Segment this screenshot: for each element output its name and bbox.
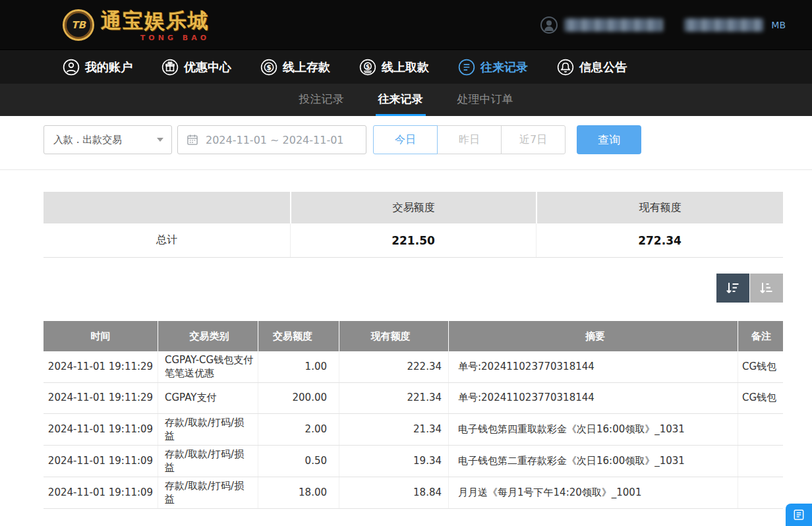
summary-balance-total: 272.34: [536, 223, 783, 257]
cell-balance: 18.84: [339, 477, 448, 508]
nav-label: 优惠中心: [184, 59, 231, 75]
cell-type: CGPAY-CG钱包支付笔笔送优惠: [158, 351, 258, 382]
logo-title: 通宝娱乐城: [101, 7, 210, 35]
cell-type: 存款/取款/打码/损益: [158, 446, 258, 477]
summary-header-balance: 现有额度: [536, 192, 783, 223]
date-range-value: 2024-11-01 ~ 2024-11-01: [206, 134, 344, 146]
section-divider: [0, 169, 812, 170]
records-table: 时间 交易类别 交易额度 现有额度 摘要 备注 2024-11-01 19:11…: [44, 321, 783, 509]
tab-label: 往来记录: [378, 92, 423, 107]
table-row: 2024-11-01 19:11:29 CGPAY支付 200.00 221.3…: [44, 383, 783, 414]
sort-ascending-icon: [759, 280, 774, 296]
cell-time: 2024-11-01 19:11:09: [44, 477, 158, 508]
cell-time: 2024-11-01 19:11:29: [44, 351, 158, 382]
tab-bet-records[interactable]: 投注记录: [297, 84, 347, 116]
nav-label: 信息公告: [579, 59, 627, 75]
cell-type: CGPAY支付: [158, 383, 258, 413]
customer-service-icon: [792, 508, 805, 521]
summary-total-label: 总计: [44, 223, 290, 257]
select-value: 入款 . 出款交易: [53, 134, 122, 146]
bell-icon: [557, 59, 574, 76]
masked-username: [564, 18, 663, 32]
search-button[interactable]: 查询: [577, 125, 641, 154]
cell-time: 2024-11-01 19:11:09: [44, 414, 158, 445]
tab-transaction-records[interactable]: 往来记录: [376, 84, 426, 116]
transaction-type-select[interactable]: 入款 . 出款交易: [44, 125, 172, 154]
currency-label: MB: [771, 20, 786, 30]
range-yesterday-button[interactable]: 昨日: [437, 125, 502, 154]
summary-table: 交易额度 现有额度 总计 221.50 272.34: [44, 192, 783, 258]
col-header-summary: 摘要: [448, 321, 738, 351]
col-header-balance: 现有额度: [339, 321, 448, 351]
user-avatar-icon: [540, 16, 558, 34]
cell-amount: 0.50: [258, 446, 339, 477]
nav-label: 往来记录: [480, 59, 528, 75]
cell-note: [738, 414, 783, 445]
table-row: 2024-11-01 19:11:09 存款/取款/打码/损益 18.00 18…: [44, 477, 783, 509]
date-range-input[interactable]: 2024-11-01 ~ 2024-11-01: [177, 125, 366, 154]
withdraw-coin-icon: $: [359, 59, 376, 76]
sort-descending-button[interactable]: [716, 274, 749, 303]
cell-amount: 18.00: [258, 477, 339, 508]
table-row: 2024-11-01 19:11:09 存款/取款/打码/损益 2.00 21.…: [44, 414, 783, 446]
logo-text: 通宝娱乐城 TONG BAO: [101, 7, 210, 42]
nav-label: 线上取款: [382, 59, 429, 75]
cell-balance: 21.34: [339, 414, 448, 445]
nav-label: 线上存款: [283, 59, 330, 75]
cell-balance: 222.34: [339, 351, 448, 382]
summary-header-transaction: 交易额度: [290, 192, 536, 223]
cell-balance: 19.34: [339, 446, 448, 477]
summary-header-row: 交易额度 现有额度: [44, 192, 783, 223]
cell-summary: 单号:202411023770318144: [448, 383, 738, 413]
cell-type: 存款/取款/打码/损益: [158, 414, 258, 445]
site-logo[interactable]: TB 通宝娱乐城 TONG BAO: [63, 7, 210, 42]
table-row: 2024-11-01 19:11:09 存款/取款/打码/损益 0.50 19.…: [44, 446, 783, 477]
col-header-amount: 交易额度: [258, 321, 339, 351]
cell-note: [738, 477, 783, 508]
sort-descending-icon: [725, 280, 741, 296]
svg-text:$: $: [366, 62, 370, 69]
col-header-type: 交易类别: [158, 321, 258, 351]
user-icon: [63, 59, 80, 76]
cell-time: 2024-11-01 19:11:29: [44, 383, 158, 413]
nav-item-my-account[interactable]: 我的账户: [63, 59, 132, 76]
cell-summary: 单号:202411023770318144: [448, 351, 738, 382]
col-header-time: 时间: [44, 321, 158, 351]
page-root: TB 通宝娱乐城 TONG BAO MB 我的账户 优惠中心: [0, 0, 812, 526]
summary-total-row: 总计 221.50 272.34: [44, 223, 783, 258]
records-header-row: 时间 交易类别 交易额度 现有额度 摘要 备注: [44, 321, 783, 351]
nav-item-promotions[interactable]: 优惠中心: [161, 59, 231, 76]
masked-balance: [684, 18, 763, 32]
logo-chip-icon: TB: [63, 9, 94, 41]
sort-toolbar: [0, 274, 783, 303]
filter-bar: 入款 . 出款交易 2024-11-01 ~ 2024-11-01 今日 昨日 …: [0, 116, 812, 154]
sub-tabs: 投注记录 往来记录 处理中订单: [0, 84, 812, 116]
logo-chip-label: TB: [71, 19, 86, 31]
cell-amount: 1.00: [258, 351, 339, 382]
table-row: 2024-11-01 19:11:29 CGPAY-CG钱包支付笔笔送优惠 1.…: [44, 351, 783, 383]
calendar-icon: [186, 133, 199, 146]
nav-item-deposit[interactable]: $ 线上存款: [260, 59, 330, 76]
tab-label: 投注记录: [299, 92, 344, 107]
cell-note: CG钱包: [738, 383, 783, 413]
range-today-button[interactable]: 今日: [373, 125, 438, 154]
records-icon: [458, 59, 475, 76]
nav-item-withdraw[interactable]: $ 线上取款: [359, 59, 429, 76]
nav-item-transaction-records[interactable]: 往来记录: [458, 59, 528, 76]
tab-pending-orders[interactable]: 处理中订单: [455, 84, 516, 116]
main-navigation: 我的账户 优惠中心 $ 线上存款 $ 线上取款: [0, 49, 812, 84]
tab-label: 处理中订单: [457, 92, 513, 107]
deposit-coin-icon: $: [260, 59, 277, 76]
nav-item-announcements[interactable]: 信息公告: [557, 59, 627, 76]
sort-ascending-button[interactable]: [750, 274, 783, 303]
col-header-note: 备注: [738, 321, 783, 351]
cell-type: 存款/取款/打码/损益: [158, 477, 258, 508]
customer-service-button[interactable]: [786, 504, 812, 526]
cell-summary: 电子钱包第二重存款彩金《次日16:00领取》_1031: [448, 446, 738, 477]
user-area: MB: [540, 16, 786, 34]
range-last7days-button[interactable]: 近7日: [501, 125, 566, 154]
cell-balance: 221.34: [339, 383, 448, 413]
summary-header-empty: [44, 192, 290, 223]
gift-icon: [161, 59, 179, 76]
cell-amount: 200.00: [258, 383, 339, 413]
